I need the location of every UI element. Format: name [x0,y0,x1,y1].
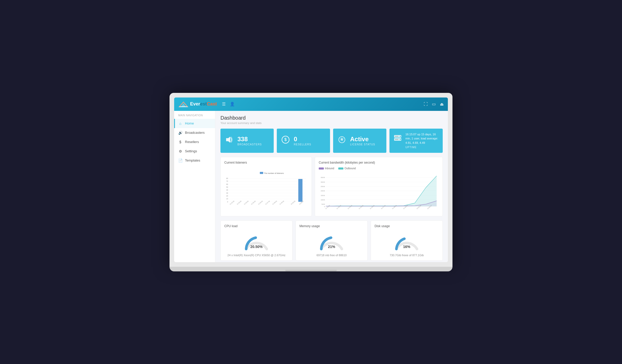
svg-text:0: 0 [324,206,325,207]
settings-icon: ⚙ [178,149,182,153]
uptime-text: 16:15:07 up 15 days, 16 min, 1 user, loa… [405,132,439,145]
svg-text:21:56:05: 21:56:05 [258,200,263,205]
svg-text:40: 40 [226,189,228,191]
sidebar-item-home-label: Home [185,121,194,125]
templates-icon: 📄 [178,158,182,163]
sidebar-item-settings-label: Settings [185,149,197,153]
svg-text:$: $ [285,137,287,142]
listeners-chart-card: Current listeners The number of listener… [220,157,312,216]
svg-text:21:55:05: 21:55:05 [251,200,256,205]
logo-cast: Cast [207,101,217,106]
inbound-legend: Inbound [319,167,334,170]
memory-gauge-title: Memory usage [299,224,364,228]
svg-point-9 [400,136,401,137]
charts-row: Current listeners The number of listener… [220,157,443,216]
svg-text:21:55:06: 21:55:06 [358,205,364,210]
sidebar-item-settings[interactable]: ⚙ Settings [174,147,215,156]
dollar-icon: $ [178,140,182,144]
memory-gauge-subtitle: 69718 mb free of 88610 [299,254,364,257]
logout-icon[interactable]: ⏏ [440,102,444,106]
svg-text:15000: 15000 [321,195,325,196]
svg-text:5000: 5000 [322,203,325,205]
inbound-label: Inbound [325,167,334,170]
svg-text:21:53:04: 21:53:04 [336,205,342,210]
license-icon [337,135,346,146]
svg-rect-11 [395,136,398,137]
bandwidth-chart-svg: 35000 30000 25000 20000 15000 10000 5000… [319,171,439,212]
content-area: Dashboard Your account summary and stats [215,111,448,262]
sidebar: Main navigation ⌂ Home 🔊 Broadcasters $ … [174,111,215,262]
cpu-gauge-wrapper: 20.50% [224,230,289,251]
inbound-color [319,167,324,170]
svg-text:22:00:05: 22:00:05 [290,200,296,205]
cpu-gauge-svg: 20.50% [241,230,272,251]
svg-point-10 [400,139,401,140]
license-content: Active LICENSE STATUS [350,136,375,146]
outbound-label: Outbound [344,167,356,170]
disk-gauge-subtitle: 730.7Gib freee of 877.1Gib [375,254,439,257]
svg-text:50: 50 [226,186,228,188]
server-icon [394,135,402,147]
svg-marker-3 [228,137,230,143]
svg-text:20000: 20000 [321,190,325,192]
laptop-wrapper: EverestCast ☰ 👤 ⛶ ▭ ⏏ Main navigation [170,93,452,271]
outbound-legend: Outbound [338,167,356,170]
listeners-chart-area: The number of listeners 80 70 60 50 40 3… [224,167,308,208]
svg-text:21:52:05: 21:52:05 [229,200,235,205]
mobile-icon[interactable]: ▭ [432,102,436,106]
resellers-label: RESELLERS [294,143,311,146]
sidebar-item-broadcasters[interactable]: 🔊 Broadcasters [174,128,215,137]
expand-icon[interactable]: ⛶ [424,102,428,106]
money-icon: $ [281,135,290,146]
uptime-label: UPTIME [405,145,439,149]
disk-gauge-title: Disk usage [375,224,439,228]
sidebar-item-home[interactable]: ⌂ Home [174,119,215,128]
speaker-icon [225,135,234,146]
cpu-gauge-subtitle: 24 x Intel(R) Xeon(R) CPU X5650 @ 2.67GH… [224,254,289,257]
page-subtitle: Your account summary and stats [220,121,443,125]
svg-text:21:57:05: 21:57:05 [381,205,386,210]
svg-text:21:54:05: 21:54:05 [244,200,249,205]
svg-rect-33 [298,179,303,202]
page-title: Dashboard [220,115,443,121]
logo-area: EverestCast [178,101,217,108]
menu-icon[interactable]: ☰ [222,102,226,106]
topbar-right-icons: ⛶ ▭ ⏏ [424,102,444,106]
bandwidth-chart-title: Current bandwidth (kilobytes per second) [319,161,439,164]
stat-card-resellers: $ 0 RESELLERS [277,129,330,153]
sidebar-item-templates-label: Templates [185,158,200,162]
logo-est: est [200,101,207,106]
sidebar-item-broadcasters-label: Broadcasters [185,131,205,135]
sidebar-item-resellers[interactable]: $ Resellers [174,137,215,147]
top-bar: EverestCast ☰ 👤 ⛶ ▭ ⏏ [174,97,448,111]
svg-text:30000: 30000 [321,181,325,183]
svg-text:0: 0 [227,201,228,203]
svg-text:21:58:05: 21:58:05 [392,205,397,210]
svg-text:21:56:05: 21:56:05 [369,205,375,210]
cpu-gauge-card: CPU load 20.50% 24 x Intel(R [220,220,292,261]
laptop-screen: EverestCast ☰ 👤 ⛶ ▭ ⏏ Main navigation [170,93,452,267]
broadcasters-label: BROADCASTERS [237,143,262,146]
license-label: LICENSE STATUS [350,143,375,146]
uptime-content: 16:15:07 up 15 days, 16 min, 1 user, loa… [405,132,439,149]
svg-text:21:59:05: 21:59:05 [279,200,285,205]
topbar-left-icons: ☰ 👤 [222,102,235,106]
bandwidth-legend: Inbound Outbound [319,167,439,170]
stat-card-license: Active LICENSE STATUS [333,129,386,153]
outbound-color [338,167,343,170]
home-icon: ⌂ [178,121,182,126]
resellers-value: 0 [294,136,311,143]
user-icon[interactable]: 👤 [230,102,235,106]
svg-text:21:53:05: 21:53:05 [236,200,242,205]
svg-text:25000: 25000 [321,186,325,187]
sidebar-item-templates[interactable]: 📄 Templates [174,156,215,165]
svg-text:The number of listeners: The number of listeners [264,172,284,174]
disk-gauge-svg: 16% [391,230,422,251]
svg-text:10: 10 [226,198,228,200]
svg-text:35000: 35000 [321,177,325,178]
license-value: Active [350,136,375,143]
broadcast-icon: 🔊 [178,131,182,135]
broadcasters-content: 338 BROADCASTERS [237,136,262,146]
logo-text: EverestCast [190,101,217,107]
svg-text:21%: 21% [328,245,335,249]
